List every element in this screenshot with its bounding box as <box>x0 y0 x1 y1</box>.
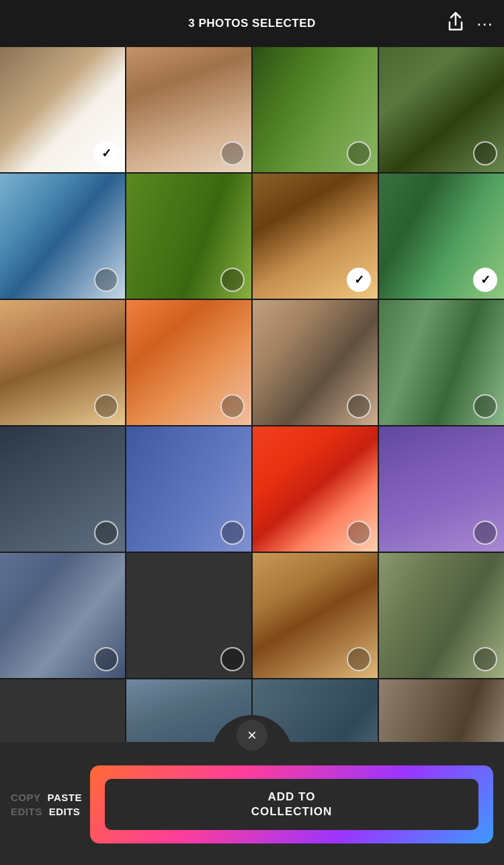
photo-cell[interactable] <box>126 47 251 172</box>
photo-cell[interactable] <box>379 47 504 172</box>
edits-dim-label: EDITS <box>11 806 42 817</box>
photo-cell[interactable] <box>126 300 251 425</box>
photo-cell[interactable] <box>126 174 251 299</box>
photo-cell[interactable] <box>0 426 125 552</box>
photo-cell[interactable] <box>0 300 125 425</box>
close-icon: × <box>247 727 257 743</box>
photo-cell[interactable] <box>126 426 251 552</box>
copy-paste-area: COPY PASTE EDITS EDITS <box>11 765 82 843</box>
select-circle[interactable] <box>473 521 497 545</box>
select-circle[interactable] <box>94 647 118 671</box>
more-button[interactable]: ··· <box>476 13 493 34</box>
select-circle[interactable] <box>220 394 245 418</box>
header-actions: ··· <box>447 11 493 36</box>
share-icon <box>447 11 464 32</box>
photo-cell[interactable] <box>253 553 378 678</box>
select-circle[interactable] <box>473 394 497 418</box>
copy-label[interactable]: COPY <box>11 792 41 803</box>
action-row: COPY PASTE EDITS EDITS ADD TO COLLECTION <box>0 755 504 865</box>
photo-grid <box>0 47 504 804</box>
select-circle[interactable] <box>220 647 245 671</box>
photo-cell[interactable] <box>0 174 125 299</box>
select-circle[interactable] <box>94 394 118 418</box>
bottom-action-bar: × COPY PASTE EDITS EDITS ADD TO COLLECTI… <box>0 742 504 865</box>
photo-cell[interactable] <box>0 553 125 678</box>
photo-cell[interactable] <box>0 47 125 172</box>
photo-cell[interactable] <box>253 47 378 172</box>
select-circle[interactable] <box>347 394 371 418</box>
select-circle[interactable] <box>94 521 118 545</box>
select-circle[interactable] <box>347 268 371 292</box>
select-circle[interactable] <box>347 141 371 165</box>
photo-cell[interactable] <box>379 300 504 425</box>
select-circle[interactable] <box>473 268 497 292</box>
close-bump: × <box>0 742 504 755</box>
photo-cell[interactable] <box>253 426 378 552</box>
add-to-text: ADD TO <box>268 790 316 803</box>
add-to-collection-button[interactable]: ADD TO COLLECTION <box>90 765 493 843</box>
photo-cell[interactable] <box>126 553 251 678</box>
select-circle[interactable] <box>94 141 118 165</box>
photo-cell[interactable] <box>253 174 378 299</box>
share-button[interactable] <box>447 11 464 36</box>
photo-cell[interactable] <box>379 174 504 299</box>
select-circle[interactable] <box>473 647 497 671</box>
edits-label[interactable]: EDITS <box>49 806 81 817</box>
photo-cell[interactable] <box>379 553 504 678</box>
paste-label[interactable]: PASTE <box>48 792 82 803</box>
add-collection-text: ADD TO COLLECTION <box>251 790 333 819</box>
copy-edits-row: COPY PASTE <box>11 792 82 803</box>
close-button[interactable]: × <box>237 720 267 751</box>
select-circle[interactable] <box>347 521 371 545</box>
collection-text: COLLECTION <box>251 805 333 818</box>
selected-count-title: 3 PHOTOS SELECTED <box>188 17 316 30</box>
select-circle[interactable] <box>220 268 245 292</box>
select-circle[interactable] <box>473 141 497 165</box>
edits-row: EDITS EDITS <box>11 806 82 817</box>
header: 3 PHOTOS SELECTED ··· <box>0 0 504 47</box>
select-circle[interactable] <box>347 647 371 671</box>
select-circle[interactable] <box>94 268 118 292</box>
select-circle[interactable] <box>220 521 245 545</box>
photo-cell[interactable] <box>253 300 378 425</box>
add-collection-inner: ADD TO COLLECTION <box>105 779 478 830</box>
select-circle[interactable] <box>220 141 245 165</box>
photo-cell[interactable] <box>379 426 504 552</box>
